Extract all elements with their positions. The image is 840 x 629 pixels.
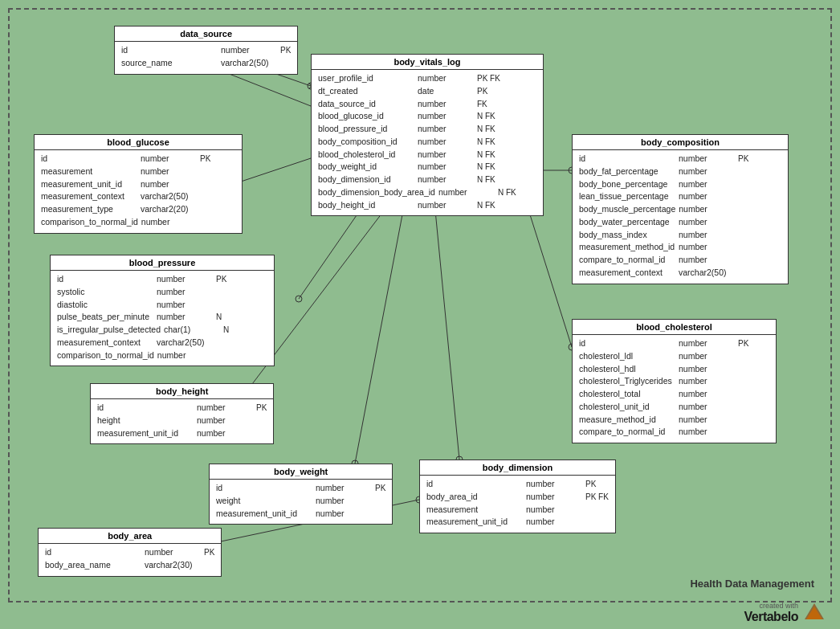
table-row: systolic number bbox=[57, 286, 267, 299]
table-header-blood-glucose: blood_glucose bbox=[35, 135, 242, 150]
table-row: body_weight_id number N FK bbox=[318, 161, 536, 174]
table-row: lean_tissue_percentage number bbox=[579, 190, 781, 203]
table-row: measurement_context varchar2(50) bbox=[57, 337, 267, 349]
table-body-height: body_height id number PK height number m… bbox=[90, 383, 274, 444]
table-row: body_area_id number PK FK bbox=[426, 491, 609, 504]
table-row: comparison_to_normal_id number bbox=[41, 216, 235, 229]
table-data-source: data_source id number PK source_name var… bbox=[114, 26, 298, 75]
table-header-body-weight: body_weight bbox=[210, 464, 392, 480]
table-body-body-height: id number PK height number measurement_u… bbox=[91, 399, 273, 443]
table-body-blood-pressure: id number PK systolic number diastolic n… bbox=[51, 271, 274, 366]
table-blood-pressure: blood_pressure id number PK systolic num… bbox=[50, 255, 275, 366]
table-row: body_water_percentage number bbox=[579, 216, 781, 229]
table-row: id number PK bbox=[45, 546, 214, 559]
svg-line-15 bbox=[355, 210, 403, 464]
table-row: pulse_beats_per_minute number N bbox=[57, 311, 267, 324]
table-row: body_dimension_id number N FK bbox=[318, 174, 536, 186]
table-row: measurement_unit_id number bbox=[41, 178, 235, 191]
table-header-data-source: data_source bbox=[115, 27, 297, 42]
table-row: compare_to_normal_id number bbox=[579, 254, 781, 267]
table-row: cholesterol_hdl number bbox=[579, 363, 769, 376]
table-row: measurement_unit_id number bbox=[97, 427, 267, 440]
table-row: compare_to_normal_id number bbox=[579, 426, 769, 439]
watermark: Health Data Management bbox=[690, 578, 814, 593]
table-header-body-composition: body_composition bbox=[573, 135, 788, 150]
main-container: data_source id number PK source_name var… bbox=[0, 0, 840, 629]
table-row: id number PK bbox=[426, 478, 609, 491]
table-row: measurement number bbox=[41, 165, 235, 178]
table-row: measurement_context varchar2(50) bbox=[41, 190, 235, 203]
table-row: body_composition_id number N FK bbox=[318, 136, 536, 149]
table-header-body-vitals-log: body_vitals_log bbox=[312, 55, 543, 70]
table-row: cholesterol_Triglycerides number bbox=[579, 375, 769, 388]
table-row: diastolic number bbox=[57, 299, 267, 312]
table-body-weight: body_weight id number PK weight number m… bbox=[209, 464, 393, 525]
table-row: is_irregular_pulse_detected char(1) N bbox=[57, 324, 267, 337]
table-row: comparison_to_normal_id number bbox=[57, 349, 267, 362]
table-row: data_source_id number FK bbox=[318, 98, 536, 111]
table-row: body_dimension_body_area_id number N FK bbox=[318, 186, 536, 199]
table-row: measurement number bbox=[426, 504, 609, 517]
table-header-blood-cholesterol: blood_cholesterol bbox=[573, 320, 776, 335]
table-body-body-area: id number PK body_area_name varchar2(30) bbox=[39, 544, 221, 576]
table-body-data-source: id number PK source_name varchar2(50) bbox=[115, 42, 297, 74]
table-body-body-composition: id number PK body_fat_percentage number … bbox=[573, 150, 788, 284]
table-row: body_area_name varchar2(30) bbox=[45, 559, 214, 572]
table-row: weight number bbox=[216, 495, 385, 508]
table-header-body-area: body_area bbox=[39, 529, 221, 544]
svg-line-17 bbox=[435, 210, 459, 459]
table-row: body_fat_percentage number bbox=[579, 165, 781, 178]
table-header-body-dimension: body_dimension bbox=[420, 460, 615, 476]
table-body-blood-cholesterol: id number PK cholesterol_ldl number chol… bbox=[573, 335, 776, 443]
table-row: id number PK bbox=[41, 153, 235, 165]
table-row: id number PK bbox=[216, 482, 385, 495]
table-row: measurement_unit_id number bbox=[216, 508, 385, 521]
table-row: measurement_unit_id number bbox=[426, 516, 609, 529]
table-row: blood_cholesterol_id number N FK bbox=[318, 149, 536, 161]
created-with-text: created with Vertabelo bbox=[744, 602, 798, 624]
table-row: source_name varchar2(50) bbox=[121, 57, 291, 70]
table-body-composition: body_composition id number PK body_fat_p… bbox=[572, 134, 789, 284]
diagram-area: data_source id number PK source_name var… bbox=[8, 8, 832, 602]
svg-line-4 bbox=[239, 158, 311, 182]
logo-bar: created with Vertabelo bbox=[744, 602, 826, 624]
table-row: measure_method_id number bbox=[579, 414, 769, 427]
table-header-blood-pressure: blood_pressure bbox=[51, 255, 274, 271]
table-row: cholesterol_total number bbox=[579, 388, 769, 401]
table-row: id number PK bbox=[579, 337, 769, 350]
table-body-vitals-log: body_vitals_log user_profile_id number P… bbox=[311, 54, 544, 216]
table-row: body_bone_percentage number bbox=[579, 178, 781, 191]
table-row: id number PK bbox=[579, 153, 781, 165]
table-row: id number PK bbox=[57, 273, 267, 286]
table-body-area: body_area id number PK body_area_name va… bbox=[38, 528, 222, 577]
table-row: measurement_method_id number bbox=[579, 241, 781, 254]
table-blood-glucose: blood_glucose id number PK measurement n… bbox=[34, 134, 243, 234]
table-body-body-weight: id number PK weight number measurement_u… bbox=[210, 480, 392, 524]
table-row: body_height_id number N FK bbox=[318, 199, 536, 212]
table-body-blood-glucose: id number PK measurement number measurem… bbox=[35, 150, 242, 233]
table-row: user_profile_id number PK FK bbox=[318, 72, 536, 85]
table-row: body_mass_index number bbox=[579, 229, 781, 242]
table-row: cholesterol_unit_id number bbox=[579, 401, 769, 414]
diagram-title: Health Data Management bbox=[690, 578, 814, 590]
vertabelo-icon bbox=[803, 602, 826, 624]
table-body-vitals-log-body: user_profile_id number PK FK dt_created … bbox=[312, 70, 543, 215]
table-row: measurement_type varchar2(20) bbox=[41, 203, 235, 216]
svg-line-11 bbox=[524, 194, 572, 347]
table-row: height number bbox=[97, 415, 267, 427]
table-row: cholesterol_ldl number bbox=[579, 350, 769, 363]
table-row: blood_glucose_id number N FK bbox=[318, 110, 536, 123]
table-row: body_muscle_percentage number bbox=[579, 203, 781, 216]
table-row: measurement_context varchar2(50) bbox=[579, 267, 781, 280]
table-header-body-height: body_height bbox=[91, 384, 273, 399]
table-row: blood_pressure_id number N FK bbox=[318, 123, 536, 136]
table-row: dt_created date PK bbox=[318, 85, 536, 98]
table-body-dimension: body_dimension id number PK body_area_id… bbox=[419, 459, 616, 533]
table-blood-cholesterol: blood_cholesterol id number PK cholester… bbox=[572, 319, 777, 443]
table-row: id number PK bbox=[97, 402, 267, 415]
svg-point-10 bbox=[296, 296, 302, 302]
table-row: id number PK bbox=[121, 44, 291, 57]
table-body-body-dimension: id number PK body_area_id number PK FK m… bbox=[420, 476, 615, 533]
